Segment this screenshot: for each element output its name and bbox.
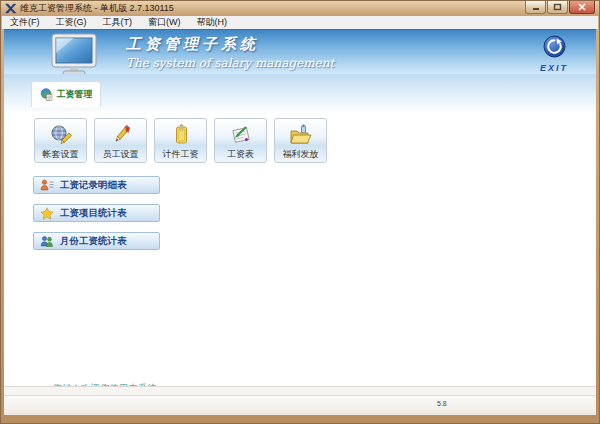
close-button[interactable]	[569, 1, 595, 14]
app-window: 维克工资管理系统 - 单机版 2.7.130115 文件(F) 工资(G) 工具…	[0, 0, 600, 424]
client-area: 工资管理子系统 The system of salary management	[4, 29, 596, 415]
report-label: 月份工资统计表	[60, 235, 127, 248]
report-label: 工资项目统计表	[60, 207, 127, 220]
tool-label: 帐套设置	[43, 149, 79, 159]
banner-subtitle: The system of salary management	[126, 56, 334, 70]
exit-icon	[543, 35, 566, 58]
salary-record-detail-button[interactable]: 工资记录明细表	[33, 176, 160, 194]
tool-label: 工资表	[227, 149, 254, 159]
sheet-arrow-icon	[229, 122, 253, 148]
status-bar-upper	[4, 386, 596, 395]
menu-bar: 文件(F) 工资(G) 工具(T) 窗口(W) 帮助(H)	[2, 16, 598, 29]
monthly-salary-stats-button[interactable]: 月份工资统计表	[33, 232, 160, 250]
globe-settings-icon	[49, 122, 73, 148]
tool-label: 福利发放	[283, 149, 319, 159]
employee-setup-button[interactable]: 员工设置	[94, 118, 147, 163]
salary-item-stats-button[interactable]: 工资项目统计表	[33, 204, 160, 222]
monitor-icon	[46, 33, 104, 77]
account-set-button[interactable]: 帐套设置	[34, 118, 87, 163]
tab-strip: 工资管理	[4, 74, 596, 114]
tool-label: 员工设置	[103, 149, 139, 159]
menu-file[interactable]: 文件(F)	[2, 16, 48, 29]
content-panel: 帐套设置 员工设置	[4, 114, 596, 395]
report-label: 工资记录明细表	[60, 179, 127, 192]
tag-icon	[169, 122, 193, 148]
window-controls	[525, 1, 595, 14]
globe-document-icon	[40, 88, 53, 101]
exit-label: EXIT	[532, 63, 576, 73]
tab-salary-management[interactable]: 工资管理	[31, 81, 101, 107]
open-folder-icon	[288, 122, 314, 148]
menu-help[interactable]: 帮助(H)	[189, 16, 236, 29]
person-list-icon	[40, 179, 54, 192]
pencil-icon	[109, 122, 133, 148]
tab-label: 工资管理	[57, 88, 93, 101]
vico-x-logo-icon	[5, 3, 16, 14]
people-icon	[40, 235, 54, 248]
toolbar: 帐套设置 员工设置	[34, 118, 327, 163]
menu-window[interactable]: 窗口(W)	[140, 16, 189, 29]
tool-label: 计件工资	[163, 149, 199, 159]
menu-salary[interactable]: 工资(G)	[48, 16, 95, 29]
welfare-button[interactable]: 福利发放	[274, 118, 327, 163]
piece-wage-button[interactable]: 计件工资	[154, 118, 207, 163]
window-title: 维克工资管理系统 - 单机版 2.7.130115	[20, 2, 174, 15]
banner: 工资管理子系统 The system of salary management	[4, 29, 596, 74]
banner-title: 工资管理子系统	[126, 35, 259, 54]
minimize-button[interactable]	[525, 1, 546, 14]
footer-value: 5.8	[437, 400, 447, 407]
maximize-button[interactable]	[547, 1, 568, 14]
star-icon	[40, 207, 54, 220]
exit-button[interactable]: EXIT	[532, 35, 576, 73]
menu-tools[interactable]: 工具(T)	[95, 16, 141, 29]
report-list: 工资记录明细表 工资项目统计表	[33, 176, 160, 250]
salary-sheet-button[interactable]: 工资表	[214, 118, 267, 163]
titlebar[interactable]: 维克工资管理系统 - 单机版 2.7.130115	[1, 1, 599, 16]
status-bar-lower: 5.8	[4, 395, 596, 415]
